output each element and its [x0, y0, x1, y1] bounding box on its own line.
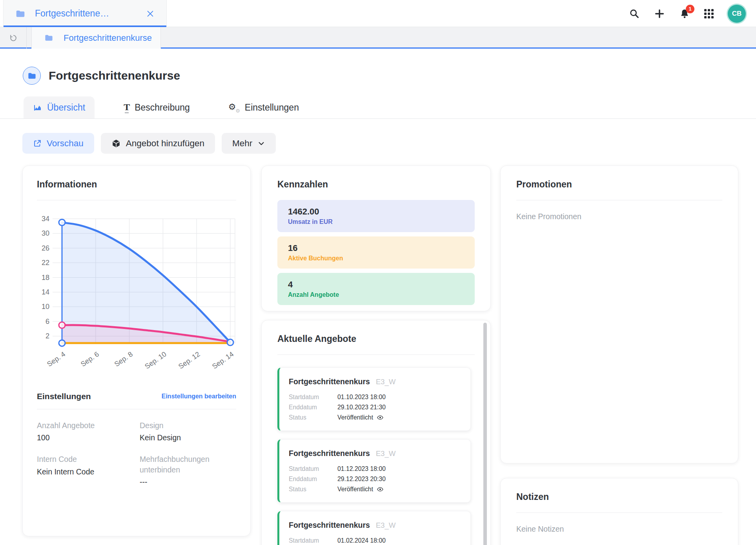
stat-value: 4: [288, 280, 475, 290]
area-chart-icon: [33, 103, 42, 113]
offer-status-value: Veröffentlicht: [337, 484, 373, 494]
svg-text:Sep. 4: Sep. 4: [46, 350, 67, 368]
informationen-card: Informationen 2610141822263034Sep. 4Sep.…: [22, 165, 251, 536]
card-title: Notizen: [516, 492, 722, 502]
offer-end-value: 29.12.2023 20:30: [337, 474, 386, 484]
card-title: Aktuelle Angebote: [277, 334, 475, 344]
tab-label: Einstellungen: [245, 102, 299, 113]
svg-text:2: 2: [46, 332, 49, 340]
stat-aktive-buchungen: 16 Aktive Buchungen: [277, 236, 475, 269]
offer-item[interactable]: Fortgeschrittenenkurs E3_W Startdatum01.…: [277, 511, 471, 545]
folder-icon: [27, 71, 36, 80]
edit-settings-link[interactable]: Einstellungen bearbeiten: [162, 393, 236, 400]
notes-empty-text: Keine Notizen: [516, 525, 722, 534]
scrollbar[interactable]: [483, 323, 487, 545]
toolbar: Vorschau Angebot hinzufügen Mehr: [22, 133, 276, 154]
folder-icon: [15, 9, 26, 19]
notifications-icon[interactable]: 1: [679, 8, 690, 19]
field-value: Kein Design: [140, 433, 236, 442]
notification-badge: 1: [686, 5, 694, 13]
svg-text:Sep. 12: Sep. 12: [177, 350, 201, 371]
offer-code: E3_W: [376, 521, 395, 530]
svg-text:Sep. 6: Sep. 6: [79, 350, 100, 368]
aktuelle-angebote-card: Aktuelle Angebote Fortgeschrittenenkurs …: [261, 320, 491, 545]
offer-code: E3_W: [376, 378, 395, 386]
field-label: Intern Code: [37, 454, 133, 464]
offer-start-value: 01.02.2024 18:00: [337, 536, 386, 545]
divider: [37, 409, 236, 409]
preview-label: Vorschau: [47, 138, 84, 149]
offer-code: E3_W: [376, 449, 395, 458]
card-title: Promotionen: [516, 179, 722, 190]
page-title: Fortgeschrittenenkurse: [49, 69, 180, 82]
folder-icon: [44, 33, 53, 42]
browser-tab[interactable]: Fortgeschrittene…: [3, 0, 167, 27]
add-offer-label: Angebot hinzufügen: [126, 138, 204, 149]
offer-row-label: Startdatum: [289, 464, 337, 474]
svg-text:Sep. 14: Sep. 14: [211, 350, 235, 371]
promotions-empty-text: Keine Promotionen: [516, 212, 722, 221]
close-icon[interactable]: [146, 9, 155, 18]
preview-button[interactable]: Vorschau: [22, 133, 94, 154]
tab-label: Übersicht: [47, 102, 85, 113]
field-value: ---: [140, 478, 236, 487]
svg-text:30: 30: [42, 229, 49, 237]
history-button[interactable]: [0, 27, 27, 49]
avatar[interactable]: CB: [728, 5, 746, 23]
tabs-divider: [0, 118, 756, 119]
divider: [277, 354, 475, 355]
field-label: Mehrfachbuchungen unterbinden: [140, 454, 236, 475]
topbar: Fortgeschrittene… 1 CB: [0, 0, 756, 27]
svg-text:10: 10: [42, 303, 49, 311]
svg-text:6: 6: [46, 318, 49, 325]
stat-label: Anzahl Angebote: [288, 291, 475, 298]
offer-start-value: 01.12.2023 18:00: [337, 464, 386, 474]
folder-badge: [23, 67, 41, 85]
field-label: Design: [140, 420, 236, 431]
eye-icon: [377, 414, 384, 421]
svg-text:Sep. 8: Sep. 8: [113, 350, 134, 368]
offer-row-label: Enddatum: [289, 474, 337, 484]
offer-item[interactable]: Fortgeschrittenenkurs E3_W Startdatum01.…: [277, 439, 471, 503]
divider: [37, 200, 236, 200]
svg-text:14: 14: [42, 288, 49, 296]
tab-uebersicht[interactable]: Übersicht: [24, 96, 95, 119]
card-title: Kennzahlen: [277, 179, 475, 190]
notizen-card: Notizen Keine Notizen: [500, 478, 738, 545]
tab-beschreibung[interactable]: T Beschreibung: [114, 96, 199, 119]
topbar-actions: 1 CB: [629, 0, 746, 27]
breadcrumb-label: Fortgeschrittenenkurse: [64, 33, 152, 43]
breadcrumb-item[interactable]: Fortgeschrittenenkurse: [31, 27, 161, 49]
browser-tab-label: Fortgeschrittene…: [35, 8, 109, 19]
promotionen-card: Promotionen Keine Promotionen: [500, 165, 738, 463]
add-icon[interactable]: [654, 8, 665, 19]
field-label: Anzahl Angebote: [37, 420, 133, 431]
stat-umsatz: 1462.00 Umsatz in EUR: [277, 200, 475, 232]
offer-title: Fortgeschrittenenkurs: [289, 377, 370, 386]
svg-text:22: 22: [42, 259, 49, 267]
gears-icon: ⚙⚙: [228, 103, 240, 113]
field-design: Design Kein Design: [140, 420, 236, 442]
search-icon[interactable]: [629, 8, 640, 19]
text-icon: T: [124, 102, 130, 113]
offer-row-label: Status: [289, 484, 337, 494]
field-anzahl-angebote: Anzahl Angebote 100: [37, 420, 133, 442]
stat-value: 16: [288, 243, 475, 253]
stat-label: Umsatz in EUR: [288, 218, 475, 225]
svg-text:26: 26: [42, 244, 49, 252]
apps-grid-icon[interactable]: [704, 9, 714, 18]
offer-title: Fortgeschrittenenkurs: [289, 521, 370, 530]
tab-label: Beschreibung: [135, 102, 190, 113]
field-intern-code: Intern Code Kein Intern Code: [37, 454, 133, 487]
card-title: Informationen: [37, 179, 236, 190]
tab-einstellungen[interactable]: ⚙⚙ Einstellungen: [219, 96, 308, 119]
offer-row-label: Status: [289, 412, 337, 423]
stat-label: Aktive Buchungen: [288, 255, 475, 262]
add-offer-button[interactable]: Angebot hinzufügen: [101, 133, 215, 154]
more-button[interactable]: Mehr: [222, 133, 276, 154]
offer-item[interactable]: Fortgeschrittenenkurs E3_W Startdatum01.…: [277, 367, 471, 431]
chevron-down-icon: [257, 140, 265, 147]
field-value: 100: [37, 433, 133, 442]
stat-value: 1462.00: [288, 207, 475, 217]
eye-icon: [377, 486, 384, 493]
